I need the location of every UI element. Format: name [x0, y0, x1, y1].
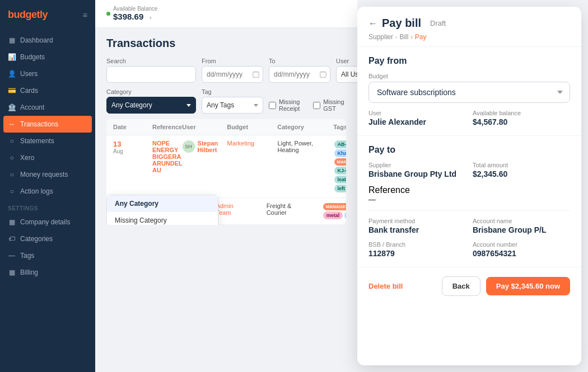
ref-line1: NOPE	[152, 140, 183, 147]
payment-method-value: Bank transfer	[368, 225, 466, 234]
sidebar-item-statements[interactable]: ○ Statements	[0, 133, 95, 149]
user-select[interactable]: All Users	[336, 66, 357, 83]
content-area: Transactions Search From To User All Use…	[95, 28, 357, 372]
budget-field-label: Budget	[368, 73, 570, 79]
bsb-account-grid: BSB / Branch 112879 Account number 09876…	[368, 241, 570, 258]
tag-manager-approved: MANAGER-101-APPROVED	[334, 158, 346, 166]
cell-budget-2: Admin Team	[216, 203, 267, 216]
missing-gst-group: Missing GST	[313, 97, 346, 114]
transactions-table: Date Reference User Budget Category Tags…	[106, 119, 346, 225]
breadcrumb-supplier: Supplier	[368, 33, 393, 41]
sidebar-item-label: Users	[20, 70, 38, 78]
total-value: $2,345.60	[473, 169, 570, 178]
reference-value: —	[368, 195, 570, 204]
ref-line4: ARUNDEL AU	[152, 160, 183, 173]
category-group: Category Any Category	[106, 88, 196, 114]
account-name-item: Account name Brisbane Group P/L	[473, 218, 570, 234]
category-select[interactable]: Any Category	[106, 97, 196, 114]
account-number-label: Account number	[473, 241, 570, 248]
sidebar-item-money-requests[interactable]: ○ Money requests	[0, 166, 95, 183]
panel-title-text: Pay bill	[382, 17, 421, 30]
dropdown-item-any-category[interactable]: Any Category	[107, 195, 218, 212]
from-label: From	[202, 58, 263, 64]
balance-status-dot	[106, 12, 110, 16]
statements-icon: ○	[8, 137, 16, 145]
user-name-first: Stepan	[198, 140, 218, 147]
nav-menu: ▦ Dashboard 📊 Budgets 👤 Users 💳 Cards 🏦 …	[0, 30, 95, 372]
cell-tags: AB-112 NH-253 Kharkov Corporate MANAGER-…	[334, 140, 346, 193]
back-button[interactable]: Back	[442, 276, 480, 296]
account-number-value: 0987654321	[473, 249, 570, 258]
bsb-item: BSB / Branch 112879	[368, 241, 466, 258]
user-name-last: Hilbert	[198, 147, 218, 153]
col-user: User	[182, 124, 227, 130]
money-requests-icon: ○	[8, 171, 16, 178]
search-input[interactable]	[106, 66, 196, 83]
missing-receipt-checkbox[interactable]	[269, 102, 276, 109]
tag-ab112: AB-112	[334, 140, 346, 148]
breadcrumb-pay: Pay	[415, 33, 427, 41]
cell-date: 13 Aug	[113, 140, 152, 154]
sidebar-item-users[interactable]: 👤 Users	[0, 65, 95, 82]
tag-kj009: KJ-009	[334, 167, 346, 175]
pay-from-title: Pay from	[368, 56, 570, 66]
pay-to-supplier-grid: Supplier Brisbane Group Pty Ltd Total am…	[368, 162, 570, 178]
sidebar-item-company-details[interactable]: ▦ Company details	[0, 214, 95, 230]
delete-bill-button[interactable]: Delete bill	[368, 282, 403, 290]
sidebar-item-transactions[interactable]: ↔ Transactions	[3, 116, 92, 133]
user-info-label: User	[368, 110, 466, 116]
sidebar-item-tags[interactable]: — Tags	[0, 247, 95, 264]
user-filter-label: User	[336, 58, 357, 64]
xero-icon: ○	[8, 154, 16, 162]
missing-receipt-label: Missing Receipt	[279, 98, 307, 112]
sidebar-item-budgets[interactable]: 📊 Budgets	[0, 49, 95, 65]
reference-item: Reference —	[368, 185, 570, 204]
sidebar-item-label: Action logs	[20, 187, 53, 195]
to-group: To	[269, 58, 330, 83]
sidebar-item-action-logs[interactable]: ○ Action logs	[0, 183, 95, 200]
col-reference: Reference	[152, 124, 182, 130]
sidebar-item-dashboard[interactable]: ▦ Dashboard	[0, 32, 95, 49]
table-row: 13 Aug NOPE ENERGY BIGGERA ARUNDEL AU SH…	[106, 135, 346, 198]
sidebar-item-label: Company details	[20, 218, 70, 226]
sidebar-item-label: Budgets	[20, 53, 45, 61]
tag2-wa: WA	[344, 211, 346, 219]
dashboard-icon: ▦	[8, 36, 16, 44]
panel-back-arrow-icon[interactable]: ←	[368, 18, 377, 29]
pay-now-button[interactable]: Pay $2,345.60 now	[486, 277, 570, 295]
sidebar-item-label: Money requests	[20, 171, 68, 178]
sidebar-item-label: Statements	[20, 137, 54, 145]
tags-row4: KJ-009 paper	[334, 166, 346, 175]
to-date-input[interactable]	[269, 66, 330, 83]
balance-arrow-icon[interactable]: ›	[150, 14, 152, 21]
categories-icon: 🏷	[8, 235, 16, 243]
transactions-icon: ↔	[8, 120, 16, 128]
from-date-input[interactable]	[202, 66, 263, 83]
budgets-icon: 📊	[8, 53, 16, 61]
page-title: Transactions	[106, 37, 346, 50]
sidebar-item-cards[interactable]: 💳 Cards	[0, 82, 95, 99]
sidebar-item-label: Billing	[20, 269, 38, 276]
budget-select[interactable]: Software subscriptions	[368, 82, 570, 103]
sidebar-item-categories[interactable]: 🏷 Categories	[0, 230, 95, 247]
tag-filter-label: Tag	[202, 88, 263, 95]
tags-row6: left wood NW	[334, 184, 346, 193]
breadcrumb: Supplier › Bill › Pay	[368, 33, 570, 41]
ref-line3: BIGGERA	[152, 153, 183, 160]
account-number-item: Account number 0987654321	[473, 241, 570, 258]
sidebar-item-account[interactable]: 🏦 Account	[0, 99, 95, 116]
sidebar-item-xero[interactable]: ○ Xero	[0, 149, 95, 166]
pay-to-section: Pay to Supplier Brisbane Group Pty Ltd T…	[357, 136, 581, 267]
tags-row3: MANAGER-101-APPROVED	[334, 158, 346, 166]
tag-select[interactable]: Any Tags	[202, 97, 263, 114]
dropdown-item-missing-category[interactable]: Missing Category	[107, 212, 218, 225]
missing-gst-checkbox[interactable]	[313, 102, 320, 109]
user-info-value: Julie Alexander	[368, 117, 466, 126]
hamburger-icon[interactable]: ≡	[83, 11, 87, 20]
pay-from-section: Pay from Budget Software subscriptions U…	[357, 47, 581, 136]
cell-user: SH Stepan Hilbert	[183, 140, 227, 153]
cards-icon: 💳	[8, 87, 16, 95]
logo-area: budgetly ≡	[0, 0, 95, 30]
sidebar-item-billing[interactable]: ▦ Billing	[0, 264, 95, 281]
footer-actions: Back Pay $2,345.60 now	[442, 276, 570, 296]
